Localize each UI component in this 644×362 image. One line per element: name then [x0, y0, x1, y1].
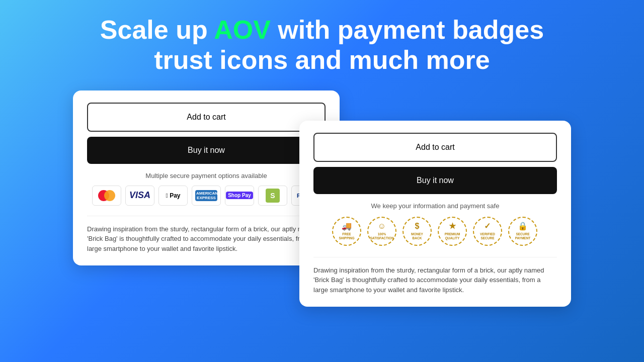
shopifypay-icon: Shop Pay	[225, 186, 254, 206]
headline-suffix: with payment badges	[271, 15, 544, 44]
card-right: Add to cart Buy it now We keep your info…	[299, 121, 571, 307]
product-description-left: Drawing inspiration from the sturdy, rec…	[87, 216, 326, 254]
mastercard-icon	[92, 186, 121, 206]
money-back-badge: $ MONEY BACK	[403, 217, 433, 247]
headline-aov: AOV	[214, 15, 271, 44]
headline: Scale up AOV with payment badges trust i…	[100, 15, 544, 75]
headline-text: Scale up AOV with payment badges trust i…	[100, 15, 544, 75]
trust-label: We keep your information and payment saf…	[313, 202, 557, 210]
product-description-right: Drawing inspiration from the sturdy, rec…	[313, 257, 557, 295]
cards-container: Add to cart Buy it now Multiple secure p…	[30, 90, 614, 307]
add-to-cart-button-right[interactable]: Add to cart	[313, 133, 557, 162]
secure-payment-badge: 🔒 SECURE PAYMENT	[508, 217, 538, 247]
satisfaction-badge: ☺ 100% SATISFACTION	[367, 217, 397, 247]
headline-line2: trust icons and much more	[154, 45, 490, 74]
visa-icon: VISA	[125, 186, 154, 206]
premium-quality-badge: ★ PREMIUM QUALITY	[438, 217, 468, 247]
headline-prefix: Scale up	[100, 15, 214, 44]
shopify-icon: S	[258, 186, 287, 206]
buy-now-button-left[interactable]: Buy it now	[87, 137, 326, 164]
amex-icon: AMERICANEXPRESS	[192, 186, 221, 206]
add-to-cart-button-left[interactable]: Add to cart	[87, 103, 326, 132]
free-shipping-badge: 🚚 FREE SHIPPING	[332, 217, 362, 247]
buy-now-button-right[interactable]: Buy it now	[313, 167, 557, 194]
applepay-icon:  Pay	[158, 186, 188, 206]
trust-badges: 🚚 FREE SHIPPING ☺ 100% SATISFACTION	[313, 217, 557, 247]
verified-badge: ✓ VERIFIED SECURE	[473, 217, 503, 247]
payment-label-left: Multiple secure payment options availabl…	[87, 172, 326, 179]
payment-icons-left: VISA  Pay AMERICANEXPRESS Shop Pay S Pa…	[87, 186, 326, 206]
